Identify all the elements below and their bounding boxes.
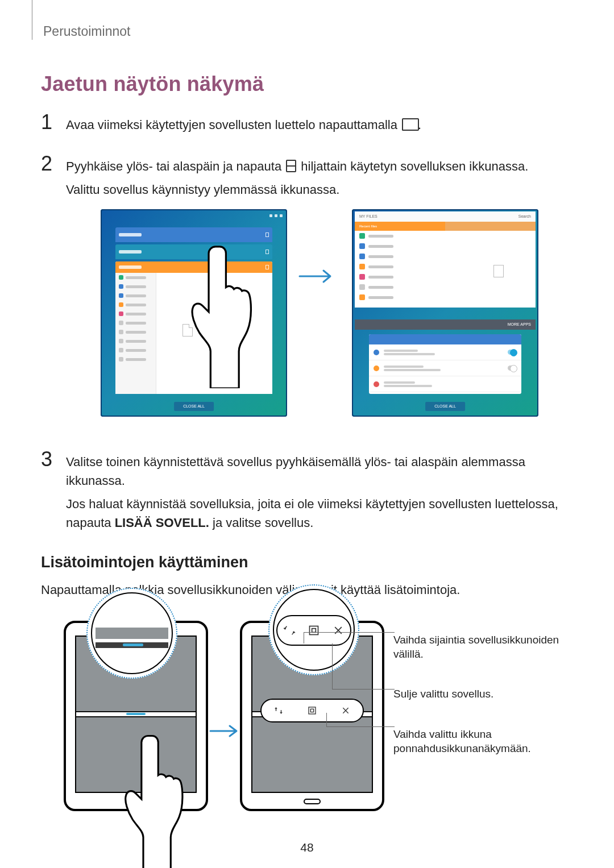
svg-rect-0 [309, 707, 316, 714]
popup-window-icon [305, 704, 319, 717]
callout-swap: Vaihda sijaintia sovellusikkunoiden väli… [393, 633, 564, 661]
step-1-text: Avaa viimeksi käytettyjen sovellusten lu… [66, 118, 401, 132]
recent-apps-icon [402, 121, 417, 131]
toggle-icon [508, 366, 517, 371]
hand-gesture-icon [186, 240, 260, 388]
illustration-split-bar: Vaihda sijaintia sovellusikkunoiden väli… [41, 613, 564, 820]
downloads-icon [119, 321, 123, 325]
page-number: 48 [300, 841, 313, 854]
step-2-number: 2 [41, 153, 56, 434]
close-icon [331, 624, 345, 637]
close-all-pill: CLOSE ALL [174, 402, 214, 412]
close-all-pill: CLOSE ALL [425, 402, 465, 412]
popup-window-icon [307, 624, 321, 637]
step-3-text-a: Valitse toinen käynnistettävä sovellus p… [66, 452, 573, 490]
split-icon [265, 265, 269, 269]
documents-icon [119, 302, 123, 307]
hand-gesture-icon [119, 730, 191, 868]
audio-icon [119, 284, 123, 289]
svg-rect-1 [310, 709, 313, 712]
images-icon [119, 275, 123, 280]
zoom-circle [86, 588, 177, 679]
home-button-icon [304, 799, 321, 804]
toggle-icon [508, 350, 517, 355]
more-apps-label: MORE APPS [508, 322, 531, 328]
step-1-number: 1 [41, 112, 56, 139]
arrow-right-icon [209, 724, 242, 738]
audio-icon [359, 243, 365, 249]
swap-windows-icon [283, 624, 296, 637]
section-heading: Lisätoimintojen käyttäminen [41, 554, 573, 571]
video-icon [119, 293, 123, 298]
divider-handle-icon [126, 713, 146, 715]
swap-windows-icon [272, 704, 285, 717]
apk-icon [359, 274, 365, 280]
step-2-text-b: hiljattain käytetyn sovelluksen ikkunass… [301, 159, 528, 173]
file-icon [493, 265, 504, 277]
close-icon [339, 704, 352, 717]
device-after [240, 621, 384, 811]
step-3-number: 3 [41, 449, 56, 537]
split-screen-icon [286, 160, 296, 172]
split-icon [265, 250, 269, 254]
video-icon [359, 254, 365, 259]
callout-popup: Vaihda valittu ikkuna ponnahdusikkunanäk… [393, 728, 564, 755]
breadcrumb: Perustoiminnot [43, 24, 573, 39]
images-icon [359, 233, 365, 239]
callout-leader [332, 689, 395, 690]
step-2-text-c: Valittu sovellus käynnistyy ylemmässä ik… [66, 180, 573, 199]
svg-rect-2 [309, 626, 318, 635]
page-title: Jaetun näytön näkymä [41, 72, 573, 96]
tablet-after: MY FILESSearch Recent files MORE APPS [352, 209, 538, 417]
step-3-bold: LISÄÄ SOVELL. [115, 516, 209, 530]
step-2-text-a: Pyyhkäise ylös- tai alaspäin ja napauta [66, 159, 285, 173]
callout-leader [304, 632, 395, 633]
callout-close: Sulje valittu sovellus. [393, 687, 564, 701]
illustration-recent-apps: CLOSE ALL MY FILESSearch Recent files [101, 209, 538, 420]
arrow-right-icon [298, 268, 337, 284]
zoom-circle [268, 584, 359, 675]
callout-leader [326, 726, 395, 727]
documents-icon [359, 264, 365, 269]
apk-icon [119, 312, 123, 316]
device-before [64, 621, 208, 811]
tablet-before: CLOSE ALL [101, 209, 287, 417]
step-3-text-c: ja valitse sovellus. [213, 516, 313, 530]
split-icon [265, 232, 269, 237]
